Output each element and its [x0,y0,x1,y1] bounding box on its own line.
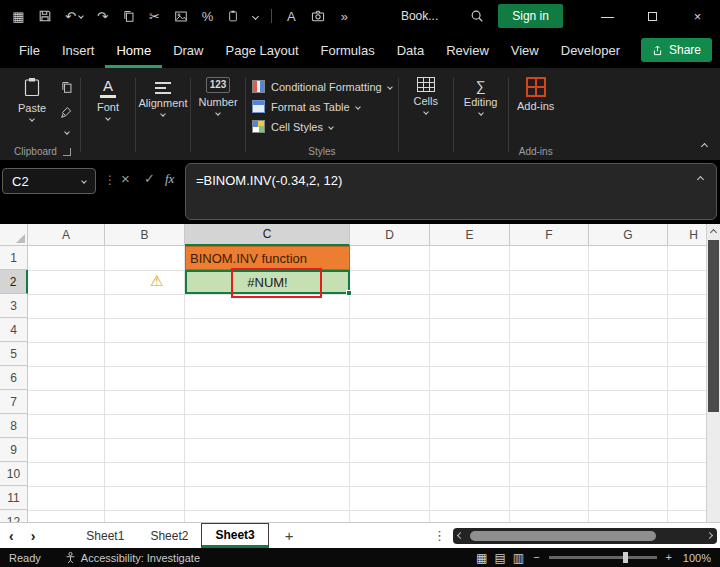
row-header-9[interactable]: 9 [0,438,28,462]
row-header-5[interactable]: 5 [0,342,28,366]
row-header-1[interactable]: 1 [0,246,28,270]
row-header-6[interactable]: 6 [0,366,28,390]
new-sheet-button[interactable]: + [285,527,294,544]
paste-button[interactable]: Paste [6,70,58,121]
worksheet-grid[interactable]: A B C D E F G H 1 2 3 4 5 6 7 8 9 10 11 … [0,224,720,522]
sheet-options-icon[interactable]: ⋮ [433,529,446,542]
tab-file[interactable]: File [8,32,51,68]
sign-in-button[interactable]: Sign in [498,4,563,28]
minimize-button[interactable]: — [585,0,630,32]
cell-C1[interactable]: BINOM.INV function [185,246,350,270]
chevron-down-icon[interactable] [64,129,70,135]
cell-styles-button[interactable]: Cell Styles [247,117,338,136]
vertical-scrollbar[interactable] [706,224,720,522]
page-layout-view-icon[interactable]: ▤ [494,552,505,564]
maximize-button[interactable] [630,0,675,32]
zoom-slider[interactable] [549,556,657,559]
zoom-level[interactable]: 100% [681,552,711,564]
scroll-right-icon[interactable] [706,532,713,539]
app-launcher-icon[interactable]: ▦ [12,8,25,24]
col-header-a[interactable]: A [28,224,105,246]
clipboard-icon[interactable] [227,8,240,24]
format-as-table-button[interactable]: Format as Table [247,97,365,116]
font-group-button[interactable]: A Font [82,70,134,120]
tab-data[interactable]: Data [386,32,435,68]
row-header-3[interactable]: 3 [0,294,28,318]
scroll-left-icon[interactable] [457,532,464,539]
dialog-launcher-icon[interactable] [63,148,71,156]
tab-home[interactable]: Home [105,32,162,68]
image-icon[interactable] [174,8,188,24]
font-color-icon[interactable]: A [285,8,298,24]
sheet-tab-sheet2[interactable]: Sheet2 [137,523,201,548]
gridline-v [667,246,668,522]
col-header-e[interactable]: E [430,224,510,246]
row-header-4[interactable]: 4 [0,318,28,342]
tab-insert[interactable]: Insert [51,32,106,68]
camera-icon[interactable] [311,8,325,24]
sheet-nav-right-icon[interactable]: › [31,529,36,543]
tab-page-layout[interactable]: Page Layout [215,32,310,68]
window-controls: — × [585,0,720,32]
formula-input[interactable]: =BINOM.INV(-0.34,2, 12) [185,163,717,220]
col-header-d[interactable]: D [350,224,430,246]
col-header-c[interactable]: C [185,224,350,246]
normal-view-icon[interactable]: ▦ [476,552,487,564]
number-group-button[interactable]: 123 Number [192,70,244,115]
col-header-b[interactable]: B [105,224,185,246]
collapse-ribbon-button[interactable] [702,135,707,153]
editing-group-button[interactable]: ∑ Editing [455,70,507,115]
cut-icon[interactable]: ✂ [148,8,161,24]
sheet-tab-sheet1[interactable]: Sheet1 [73,523,137,548]
scroll-up-icon[interactable] [710,229,717,236]
alignment-group-button[interactable]: Alignment [137,70,189,116]
more-options-icon[interactable]: ⋮ [104,174,116,186]
zoom-in-button[interactable]: + [666,552,672,563]
tab-review[interactable]: Review [435,32,500,68]
zoom-slider-thumb[interactable] [623,552,628,563]
cancel-icon[interactable]: × [121,171,130,186]
save-icon[interactable] [38,8,52,24]
horizontal-scrollbar[interactable] [453,528,717,544]
copy-icon[interactable] [122,8,135,24]
collapse-formula-bar-icon[interactable] [697,176,704,183]
row-header-8[interactable]: 8 [0,414,28,438]
select-all-corner[interactable] [0,224,28,246]
col-header-g[interactable]: G [589,224,668,246]
tab-view[interactable]: View [500,32,550,68]
tab-draw[interactable]: Draw [162,32,214,68]
fill-handle[interactable] [346,290,352,296]
search-icon[interactable] [470,8,484,24]
percent-icon[interactable]: % [201,8,214,24]
enter-icon[interactable]: ✓ [144,172,155,185]
close-button[interactable]: × [675,0,720,32]
row-header-7[interactable]: 7 [0,390,28,414]
name-box[interactable]: C2 [2,168,96,194]
sheet-tab-sheet3[interactable]: Sheet3 [201,523,268,548]
row-header-2[interactable]: 2 [0,270,28,294]
overflow-icon[interactable]: » [338,8,351,24]
undo-button[interactable]: ↶ [65,8,83,24]
tab-formulas[interactable]: Formulas [310,32,386,68]
horizontal-scrollbar-thumb[interactable] [470,531,656,541]
row-header-10[interactable]: 10 [0,462,28,486]
conditional-formatting-button[interactable]: Conditional Formatting [247,77,397,96]
chevron-down-icon[interactable] [252,12,259,19]
tab-developer[interactable]: Developer [550,32,631,68]
row-header-12[interactable]: 12 [0,510,28,522]
share-button[interactable]: Share [641,38,712,62]
sheet-nav-left-icon[interactable]: ‹ [9,529,14,543]
error-checking-warning-icon[interactable]: ⚠ [150,273,163,288]
addins-button[interactable]: Add-ins [510,70,562,112]
cells-group-button[interactable]: Cells [400,70,452,114]
zoom-out-button[interactable]: − [533,552,539,563]
format-painter-icon[interactable] [60,105,73,123]
page-break-view-icon[interactable]: ▥ [513,552,524,564]
redo-icon[interactable]: ↷ [96,8,109,24]
copy-icon[interactable] [60,80,73,98]
row-header-11[interactable]: 11 [0,486,28,510]
insert-function-icon[interactable]: fx [165,172,174,185]
vertical-scrollbar-thumb[interactable] [708,240,719,412]
accessibility-status[interactable]: Accessibility: Investigate [65,551,200,564]
col-header-f[interactable]: F [510,224,589,246]
